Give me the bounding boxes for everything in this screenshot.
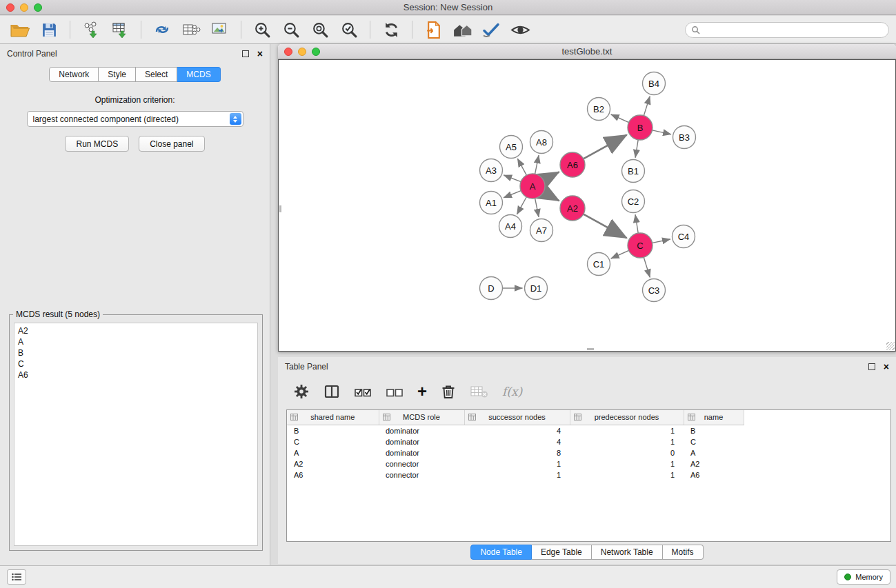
column-header-predecessor-nodes[interactable]: predecessor nodes — [570, 410, 684, 425]
search-input[interactable] — [703, 23, 888, 37]
graph-node-A4[interactable]: A4 — [499, 215, 522, 238]
delete-table-button[interactable] — [470, 381, 488, 402]
float-panel-icon[interactable] — [242, 50, 249, 57]
graph-node-A[interactable]: A — [520, 174, 545, 199]
tab-select[interactable]: Select — [136, 67, 177, 82]
canvas-resize-grip[interactable] — [886, 342, 895, 350]
home-networks-button[interactable] — [450, 18, 475, 41]
column-header-shared-name[interactable]: shared name — [287, 410, 379, 425]
column-header-successor-nodes[interactable]: successor nodes — [464, 410, 570, 425]
graph-node-A8[interactable]: A8 — [530, 131, 553, 154]
zoom-selected-button[interactable] — [337, 18, 361, 41]
table-cell[interactable]: C — [287, 436, 379, 447]
graph-node-A7[interactable]: A7 — [530, 219, 553, 242]
graph-node-B2[interactable]: B2 — [588, 98, 610, 121]
table-cell[interactable]: A2 — [287, 458, 379, 469]
table-row[interactable]: A6connector11A6 — [287, 469, 744, 480]
tab-edge-table[interactable]: Edge Table — [532, 545, 592, 560]
export-table-button[interactable] — [179, 18, 203, 41]
mcds-result-list[interactable]: A2ABCA6 — [14, 323, 258, 546]
table-cell[interactable]: 1 — [464, 469, 570, 480]
mcds-result-item[interactable]: A — [18, 336, 254, 347]
zoom-out-button[interactable] — [279, 18, 303, 41]
table-cell[interactable]: A — [287, 447, 379, 458]
graph-edge-A-A2[interactable] — [544, 192, 559, 201]
graph-edge-B-B2[interactable] — [611, 114, 629, 123]
zoom-fit-button[interactable] — [308, 18, 332, 41]
column-header-name[interactable]: name — [684, 410, 744, 425]
maximize-window-button[interactable] — [34, 3, 42, 12]
close-table-panel-icon[interactable]: × — [884, 363, 889, 370]
deselect-all-button[interactable] — [386, 381, 404, 402]
tab-motifs[interactable]: Motifs — [663, 545, 704, 560]
graph-node-D[interactable]: D — [480, 277, 503, 300]
graph-node-B4[interactable]: B4 — [643, 72, 666, 95]
graph-edge-A-A3[interactable] — [504, 175, 521, 182]
tab-style[interactable]: Style — [99, 67, 136, 82]
delete-column-button[interactable] — [441, 381, 456, 402]
show-columns-button[interactable] — [323, 381, 340, 402]
function-builder-button[interactable]: f(x) — [502, 381, 522, 402]
graph-edge-C-C3[interactable] — [644, 257, 650, 277]
graph-node-A3[interactable]: A3 — [480, 159, 503, 182]
graph-edge-C-C1[interactable] — [611, 250, 629, 258]
graph-node-C4[interactable]: C4 — [673, 225, 695, 248]
minimize-window-button[interactable] — [20, 3, 28, 12]
tab-node-table[interactable]: Node Table — [470, 545, 532, 560]
table-cell[interactable]: dominator — [379, 425, 464, 436]
tab-network-table[interactable]: Network Table — [592, 545, 663, 560]
table-cell[interactable]: 0 — [570, 447, 684, 458]
graph-edge-A-A6[interactable] — [544, 172, 559, 180]
table-cell[interactable]: connector — [379, 469, 464, 480]
canvas-resize-handle[interactable] — [279, 205, 281, 212]
task-history-button[interactable] — [7, 569, 26, 585]
mcds-result-item[interactable]: C — [18, 358, 254, 369]
table-cell[interactable]: connector — [379, 458, 464, 469]
graph-edge-A-A4[interactable] — [517, 197, 526, 214]
apply-style-button[interactable] — [479, 18, 504, 41]
graph-node-C[interactable]: C — [628, 233, 653, 258]
graph-node-B1[interactable]: B1 — [622, 160, 645, 183]
table-row[interactable]: Bdominator41B — [287, 425, 744, 436]
table-cell[interactable]: 8 — [464, 447, 570, 458]
import-table-button[interactable] — [108, 18, 132, 41]
table-cell[interactable]: 1 — [570, 469, 684, 480]
tab-network[interactable]: Network — [49, 67, 99, 82]
open-session-button[interactable] — [8, 18, 32, 41]
tab-mcds[interactable]: MCDS — [177, 67, 220, 82]
table-cell[interactable]: A2 — [684, 458, 744, 469]
table-row[interactable]: Adominator80A — [287, 447, 744, 458]
mcds-result-item[interactable]: A6 — [18, 369, 254, 381]
table-cell[interactable]: A — [684, 447, 744, 458]
mcds-result-item[interactable]: B — [18, 347, 254, 358]
table-row[interactable]: Cdominator41C — [287, 436, 744, 447]
show-hide-button[interactable] — [508, 18, 532, 41]
table-cell[interactable]: dominator — [379, 447, 464, 458]
graph-node-A1[interactable]: A1 — [480, 192, 503, 214]
memory-button[interactable]: Memory — [837, 569, 890, 585]
save-session-button[interactable] — [37, 18, 61, 41]
close-window-button[interactable] — [6, 3, 14, 12]
table-settings-button[interactable] — [293, 381, 310, 402]
graph-edge-A-A5[interactable] — [517, 159, 526, 175]
graph-edge-C-C2[interactable] — [635, 214, 638, 233]
zoom-in-button[interactable] — [250, 18, 275, 41]
network-canvas[interactable]: B4B2BB3A5A8A6A3B1AA1C2A2A4A7CC4C1C3DD1 — [278, 59, 896, 352]
table-cell[interactable]: A6 — [287, 469, 379, 480]
criterion-dropdown[interactable]: largest connected component (directed) — [27, 111, 243, 127]
network-maximize-button[interactable] — [312, 48, 320, 56]
run-mcds-button[interactable]: Run MCDS — [65, 136, 129, 152]
close-panel-button[interactable]: Close panel — [139, 136, 204, 152]
graph-node-C2[interactable]: C2 — [622, 190, 645, 213]
graph-node-C1[interactable]: C1 — [588, 253, 610, 276]
table-row[interactable]: A2connector11A2 — [287, 458, 744, 469]
select-all-button[interactable] — [354, 381, 372, 402]
open-session-file-button[interactable] — [421, 18, 446, 41]
graph-node-A6[interactable]: A6 — [560, 152, 585, 177]
table-cell[interactable]: 1 — [464, 458, 570, 469]
close-panel-icon[interactable]: × — [257, 50, 263, 57]
canvas-resize-handle[interactable] — [587, 348, 594, 350]
graph-edge-A-A8[interactable] — [535, 155, 539, 174]
table-cell[interactable]: 4 — [464, 436, 570, 447]
graph-edge-A2-C[interactable] — [584, 214, 627, 239]
